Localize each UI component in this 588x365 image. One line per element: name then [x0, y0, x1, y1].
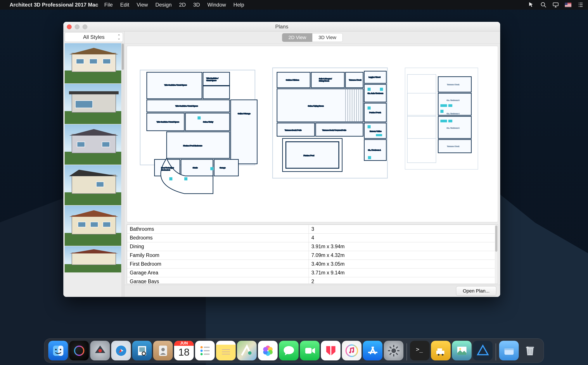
svg-point-95 [98, 349, 102, 352]
dock-preview-icon[interactable] [132, 341, 152, 360]
plan-thumbnail[interactable] [65, 246, 123, 273]
floor-plan-canvas[interactable]: Vide Sanitaire / Crawl Space Vide Sanita… [127, 46, 498, 222]
dock-maps-icon[interactable] [237, 341, 257, 360]
svg-point-101 [161, 348, 165, 351]
prop-label: Garage Area [127, 268, 309, 277]
menu-design[interactable]: Design [155, 2, 172, 8]
svg-rect-10 [231, 100, 257, 164]
dock-reminders-icon[interactable] [195, 341, 215, 360]
dock-safari-icon[interactable] [111, 341, 131, 360]
app-name[interactable]: Architect 3D Professional 2017 Mac [10, 2, 98, 8]
zoom-button[interactable] [83, 24, 87, 29]
menu-file[interactable]: File [104, 2, 113, 8]
svg-line-130 [396, 347, 398, 348]
svg-text:Cuisine / Kitchen: Cuisine / Kitchen [286, 79, 299, 81]
plan-thumbnail[interactable] [65, 165, 123, 205]
svg-rect-57 [376, 134, 382, 136]
menu-2d[interactable]: 2D [179, 2, 186, 8]
minimize-button[interactable] [75, 24, 79, 29]
menu-3d[interactable]: 3D [193, 2, 200, 8]
svg-text:Garage: Garage [220, 167, 226, 169]
svg-point-93 [60, 349, 61, 350]
svg-point-106 [200, 353, 203, 355]
svg-point-135 [442, 354, 443, 355]
menu-view[interactable]: View [137, 2, 148, 8]
menu-help[interactable]: Help [234, 2, 244, 8]
svg-text:Ch. / Bedroom 1: Ch. / Bedroom 1 [368, 149, 381, 151]
dock-separator [496, 343, 496, 360]
table-row: First Bedroom3.40m x 3.05m [127, 260, 498, 268]
svg-text:Salon / Living Room: Salon / Living Room [308, 105, 324, 107]
menu-edit[interactable]: Edit [120, 2, 129, 8]
dock: JUN 18 >_ [44, 338, 544, 363]
plan-thumbnail[interactable] [65, 84, 123, 124]
svg-text:Piscine / Pool: Piscine / Pool [304, 154, 314, 156]
dock-facetime-icon[interactable] [300, 341, 319, 360]
svg-text:Ch. / Bedroom 4: Ch. / Bedroom 4 [447, 113, 460, 115]
dock-imageviewer-icon[interactable] [452, 341, 472, 360]
svg-point-94 [74, 346, 84, 355]
svg-text:Dining Room: Dining Room [319, 80, 329, 82]
svg-text:Vide Sanitaire /: Vide Sanitaire / [206, 77, 219, 79]
tab-3d-view[interactable]: 3D View [312, 33, 342, 42]
view-mode-segment: 2D View 3D View [282, 33, 342, 42]
table-row: Dining3.91m x 3.94m [127, 242, 498, 251]
dock-trash-icon[interactable] [520, 341, 540, 360]
open-plan-button[interactable]: Open Plan... [456, 286, 496, 296]
svg-rect-14 [214, 159, 238, 176]
svg-text:>_: >_ [416, 346, 423, 353]
svg-line-1 [544, 6, 546, 7]
dock-notes-icon[interactable] [216, 341, 236, 360]
dock-calendar-icon[interactable]: JUN 18 [174, 341, 194, 360]
dock-photos-icon[interactable] [258, 341, 278, 360]
dock-appstore-icon[interactable] [363, 341, 383, 360]
svg-rect-118 [305, 348, 312, 353]
svg-point-92 [55, 349, 57, 350]
dock-launchpad-icon[interactable] [90, 341, 110, 360]
svg-text:Vide Sanitaire / Crawl Space: Vide Sanitaire / Crawl Space [157, 121, 179, 123]
dock-downloads-icon[interactable] [499, 341, 519, 360]
titlebar[interactable]: Plans [63, 22, 500, 31]
table-row: Bedrooms4 [127, 234, 498, 242]
airplay-icon[interactable] [553, 2, 559, 8]
calendar-month: JUN [174, 341, 194, 346]
dock-contacts-icon[interactable] [153, 341, 173, 360]
dock-finder-icon[interactable] [48, 341, 68, 360]
dock-terminal-icon[interactable]: >_ [410, 341, 430, 360]
prop-value: 3.40m x 3.05m [309, 260, 498, 268]
dock-transmit-icon[interactable] [431, 341, 451, 360]
properties-scrollbar[interactable] [495, 225, 498, 284]
dock-news-icon[interactable] [321, 341, 340, 360]
calendar-day: 18 [174, 346, 194, 358]
close-button[interactable] [67, 24, 72, 29]
dock-affinity-icon[interactable] [473, 341, 493, 360]
tab-2d-view[interactable]: 2D View [282, 33, 312, 42]
dock-itunes-icon[interactable] [342, 341, 361, 360]
cursor-icon[interactable] [528, 2, 534, 8]
svg-text:Terrasse / Deck: Terrasse / Deck [447, 84, 460, 85]
plan-thumbnail[interactable] [65, 43, 123, 83]
sidebar-scrollbar[interactable] [121, 43, 124, 297]
plan-properties-table[interactable]: Bathrooms3 Bedrooms4 Dining3.91m x 3.94m… [127, 225, 498, 284]
style-filter-select[interactable]: All Styles ⌃⌄ [65, 32, 123, 42]
dock-messages-icon[interactable] [279, 341, 298, 360]
svg-rect-15 [198, 116, 200, 119]
list-icon[interactable] [578, 2, 584, 8]
svg-rect-133 [437, 348, 442, 351]
svg-point-119 [346, 345, 358, 357]
svg-text:Studio: Studio [193, 167, 198, 169]
plan-thumbnail[interactable] [65, 124, 123, 165]
svg-text:Crawl Space: Crawl Space [206, 79, 216, 81]
plan-thumbnail[interactable] [65, 206, 123, 246]
search-icon[interactable] [540, 2, 546, 8]
dock-preferences-icon[interactable] [384, 341, 404, 360]
svg-rect-98 [139, 347, 145, 352]
menu-window[interactable]: Window [207, 2, 226, 8]
dock-siri-icon[interactable] [69, 341, 89, 360]
plan-thumbnail-list[interactable] [63, 43, 124, 297]
svg-text:Vide Sanitaire / Crawl Space: Vide Sanitaire / Crawl Space [175, 105, 198, 107]
svg-text:Terrasse Deck / Covered Patio: Terrasse Deck / Covered Patio [322, 129, 346, 131]
svg-point-120 [349, 351, 351, 353]
svg-text:Bureau / Office: Bureau / Office [370, 130, 382, 132]
input-source-flag-icon[interactable] [565, 3, 571, 7]
